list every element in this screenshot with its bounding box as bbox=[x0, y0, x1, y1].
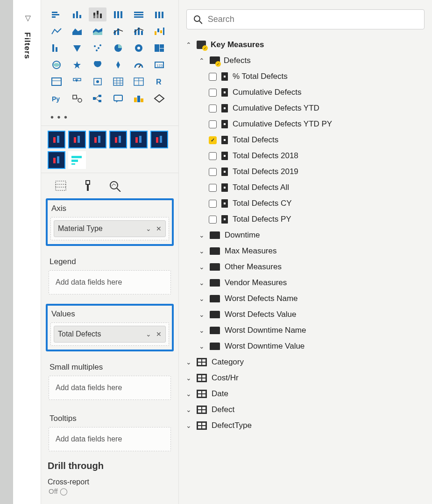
analytics-tab-icon[interactable] bbox=[108, 180, 121, 192]
viz-map-icon[interactable] bbox=[150, 41, 168, 55]
custom-viz-6[interactable] bbox=[150, 131, 168, 148]
viz-smart-narrative-icon[interactable] bbox=[130, 91, 148, 105]
tree-measure-item[interactable]: Total Defects CY bbox=[184, 196, 426, 211]
tree-folder-item[interactable]: ⌄ Worst Downtime Name bbox=[184, 322, 426, 338]
tree-folder-item[interactable]: ⌄ Other Measures bbox=[184, 259, 426, 275]
viz-stacked-bar-icon[interactable] bbox=[48, 7, 65, 21]
checkbox[interactable] bbox=[209, 89, 217, 97]
tree-folder-item[interactable]: ⌄ Max Measures bbox=[184, 243, 426, 259]
custom-viz-3[interactable] bbox=[89, 131, 106, 148]
chevron-down-icon[interactable]: ⌄ bbox=[146, 330, 151, 338]
viz-r-icon[interactable]: R bbox=[150, 75, 168, 89]
viz-card-icon[interactable] bbox=[130, 58, 148, 72]
custom-viz-bar-icon[interactable] bbox=[68, 151, 86, 169]
filters-label[interactable]: Filters bbox=[22, 32, 32, 59]
tree-table-item[interactable]: ⌄ Date bbox=[184, 386, 426, 402]
viz-clustered-bar-icon[interactable] bbox=[68, 7, 86, 21]
tree-folder-item[interactable]: ⌄ Worst Defects Name bbox=[184, 291, 426, 307]
checkbox[interactable] bbox=[209, 168, 217, 176]
tree-defects[interactable]: ⌃ ✓ Defects bbox=[184, 53, 426, 69]
tree-folder-item[interactable]: ⌄ Worst Downtime Value bbox=[184, 338, 426, 354]
viz-key-influencers-icon[interactable] bbox=[68, 91, 86, 105]
tree-measure-item[interactable]: Total Defects PY bbox=[184, 211, 426, 227]
remove-field-icon[interactable]: ✕ bbox=[156, 330, 162, 338]
viz-stacked-area-icon[interactable] bbox=[89, 24, 106, 38]
viz-scatter-icon[interactable] bbox=[68, 41, 86, 55]
checkbox[interactable] bbox=[209, 200, 217, 208]
checkbox[interactable] bbox=[209, 73, 217, 81]
tree-table-item[interactable]: ⌄ Cost/Hr bbox=[184, 370, 426, 386]
viz-100-stacked-bar-icon[interactable] bbox=[109, 7, 127, 21]
tree-key-measures[interactable]: ⌃ ✓ Key Measures bbox=[184, 37, 426, 53]
viz-multi-row-card-icon[interactable]: 123 bbox=[150, 58, 168, 72]
tree-measure-item[interactable]: Total Defects bbox=[184, 132, 426, 148]
search-box[interactable] bbox=[186, 9, 425, 29]
checkbox[interactable] bbox=[209, 120, 217, 128]
tree-measure-item[interactable]: Total Defects 2019 bbox=[184, 164, 426, 180]
cross-report-toggle[interactable]: Off ◯ bbox=[46, 487, 174, 496]
tree-folder-item[interactable]: ⌄ Vendor Measures bbox=[184, 275, 426, 291]
small-multiples-well[interactable]: Small multiples Add data fields here bbox=[46, 358, 174, 403]
checkbox[interactable] bbox=[209, 105, 217, 112]
legend-well-drop[interactable]: Add data fields here bbox=[49, 270, 171, 294]
viz-more-icon[interactable]: • • • bbox=[41, 112, 178, 123]
viz-area-icon[interactable] bbox=[68, 24, 86, 38]
custom-viz-7[interactable] bbox=[48, 151, 65, 169]
checkbox[interactable] bbox=[209, 216, 217, 224]
viz-waterfall-icon[interactable] bbox=[150, 24, 168, 38]
chevron-down-icon[interactable]: ⌄ bbox=[146, 225, 151, 232]
small-multiples-drop[interactable]: Add data fields here bbox=[49, 376, 171, 400]
axis-well-drop[interactable]: Material Type ⌄ ✕ bbox=[50, 217, 169, 240]
viz-line-stacked-column-icon[interactable] bbox=[130, 24, 148, 38]
viz-slicer-icon[interactable] bbox=[68, 75, 86, 89]
viz-stacked-column-icon[interactable] bbox=[89, 7, 106, 21]
search-input[interactable] bbox=[208, 14, 418, 24]
tree-measure-item[interactable]: Cumulative Defects YTD bbox=[184, 100, 426, 116]
remove-field-icon[interactable]: ✕ bbox=[156, 225, 162, 232]
viz-matrix-icon[interactable] bbox=[109, 75, 127, 89]
viz-line-icon[interactable] bbox=[48, 24, 65, 38]
viz-funnel-icon[interactable] bbox=[48, 41, 65, 55]
tree-measure-item[interactable]: Total Defects All bbox=[184, 180, 426, 196]
viz-donut-icon[interactable] bbox=[109, 41, 127, 55]
tree-table-item[interactable]: ⌄ Defect bbox=[184, 402, 426, 418]
viz-py-icon[interactable]: Py bbox=[48, 91, 65, 105]
viz-pie-icon[interactable] bbox=[89, 41, 106, 55]
viz-azure-map-icon[interactable] bbox=[89, 58, 106, 72]
viz-get-more-icon[interactable] bbox=[150, 91, 168, 105]
fields-tab-icon[interactable] bbox=[54, 180, 67, 192]
viz-line-clustered-column-icon[interactable] bbox=[109, 24, 127, 38]
values-well[interactable]: Values Total Defects ⌄ ✕ bbox=[46, 304, 174, 351]
custom-viz-5[interactable] bbox=[130, 131, 148, 148]
checkbox[interactable] bbox=[209, 136, 217, 144]
tree-folder-item[interactable]: ⌄ Worst Defects Value bbox=[184, 307, 426, 322]
checkbox[interactable] bbox=[209, 184, 217, 192]
custom-viz-4[interactable] bbox=[109, 131, 127, 148]
viz-treemap-icon[interactable] bbox=[130, 41, 148, 55]
custom-viz-2[interactable] bbox=[68, 131, 86, 148]
tooltips-well[interactable]: Tooltips Add data fields here bbox=[46, 409, 174, 454]
viz-kpi-icon[interactable] bbox=[48, 75, 65, 89]
viz-table-icon[interactable] bbox=[89, 75, 106, 89]
viz-filled-map-icon[interactable] bbox=[48, 58, 65, 72]
tree-table-item[interactable]: ⌄ Category bbox=[184, 354, 426, 370]
values-field-chip[interactable]: Total Defects ⌄ ✕ bbox=[54, 326, 166, 343]
tooltips-drop[interactable]: Add data fields here bbox=[49, 427, 171, 451]
legend-well[interactable]: Legend Add data fields here bbox=[46, 252, 174, 297]
tree-measure-item[interactable]: Total Defects 2018 bbox=[184, 148, 426, 164]
axis-well[interactable]: Axis Material Type ⌄ ✕ bbox=[46, 198, 174, 246]
tree-folder-item[interactable]: ⌄ Downtime bbox=[184, 227, 426, 243]
custom-viz-1[interactable] bbox=[48, 131, 65, 148]
tree-table-item[interactable]: ⌄ DefectType bbox=[184, 418, 426, 434]
values-well-drop[interactable]: Total Defects ⌄ ✕ bbox=[50, 322, 169, 346]
axis-field-chip[interactable]: Material Type ⌄ ✕ bbox=[54, 220, 166, 237]
format-tab-icon[interactable] bbox=[81, 180, 94, 192]
tree-measure-item[interactable]: Cumulative Defects YTD PY bbox=[184, 116, 426, 132]
tree-measure-item[interactable]: Cumulative Defects bbox=[184, 84, 426, 100]
viz-ribbon-icon[interactable] bbox=[150, 7, 168, 21]
viz-decomposition-tree-icon[interactable] bbox=[89, 91, 106, 105]
viz-gauge-icon[interactable] bbox=[109, 58, 127, 72]
viz-matrix2-icon[interactable] bbox=[130, 75, 148, 89]
viz-shape-map-icon[interactable] bbox=[68, 58, 86, 72]
viz-100-stacked-column-icon[interactable] bbox=[130, 7, 148, 21]
